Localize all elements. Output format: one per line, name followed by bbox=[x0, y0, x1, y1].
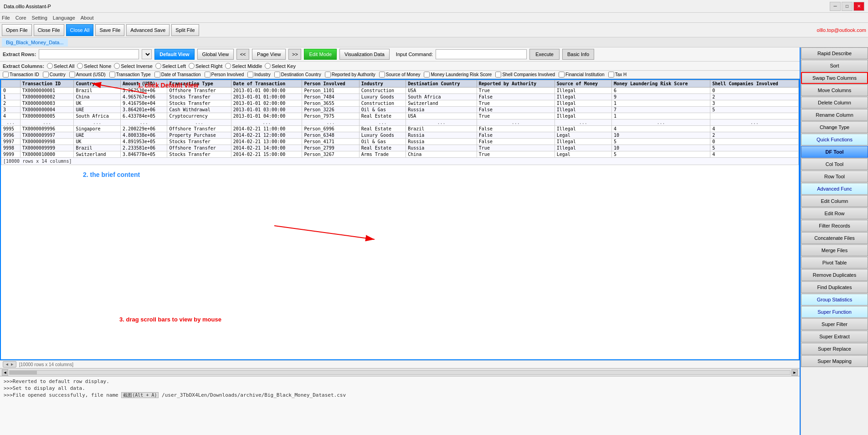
close-button[interactable]: ✕ bbox=[853, 2, 864, 11]
table-cell: 9998 bbox=[1, 145, 21, 151]
data-area[interactable]: 1. click Default View Transaction ID Cou… bbox=[0, 79, 800, 360]
col-checkbox-dest-country[interactable]: Destination Country bbox=[274, 72, 321, 78]
col-checkbox-date[interactable]: Date of Transaction bbox=[154, 72, 201, 78]
table-cell: TX0000000002 bbox=[20, 94, 74, 100]
table-cell: 2013-01-01 01:00:00 bbox=[231, 94, 302, 100]
split-file-button[interactable]: Split File bbox=[171, 24, 199, 36]
menu-setting[interactable]: Setting bbox=[32, 15, 47, 21]
change-type-button[interactable]: Change Type bbox=[801, 121, 868, 133]
visualization-data-button[interactable]: Visualization Data bbox=[339, 49, 390, 60]
filter-records-button[interactable]: Filter Records bbox=[801, 220, 868, 232]
table-cell: Singapore bbox=[74, 126, 120, 132]
open-file-button[interactable]: Open File bbox=[2, 24, 32, 36]
super-function-button[interactable]: Super Function bbox=[801, 306, 868, 318]
vertical-scroll-thumb[interactable]: ◄ ► bbox=[3, 361, 16, 368]
close-file-button[interactable]: Close File bbox=[34, 24, 64, 36]
horizontal-scrollbar[interactable]: ◄ ► bbox=[0, 368, 800, 376]
scroll-left-button[interactable]: ◄ bbox=[2, 369, 8, 376]
col-checkbox-financial[interactable]: Financial Institution bbox=[559, 72, 605, 78]
table-row: 9996TX0000009997UAE4.800338e+06Property … bbox=[1, 132, 799, 139]
close-all-button[interactable]: Close All bbox=[66, 24, 94, 36]
col-checkbox-transaction-id[interactable]: Transaction ID bbox=[3, 72, 39, 78]
col-checkbox-industry[interactable]: Industry bbox=[247, 72, 271, 78]
menu-file[interactable]: File bbox=[2, 15, 10, 21]
nav-right-button[interactable]: >> bbox=[288, 49, 301, 60]
select-right-option[interactable]: Select Right bbox=[189, 63, 222, 69]
input-command-field[interactable] bbox=[436, 49, 527, 59]
edit-mode-button[interactable]: Edit Mode bbox=[304, 49, 337, 60]
quick-functions-button[interactable]: Quick Functions bbox=[801, 134, 868, 145]
super-extract-button[interactable]: Super Extract bbox=[801, 331, 868, 342]
super-mapping-button[interactable]: Super Mapping bbox=[801, 355, 868, 367]
file-tab[interactable]: Big_Black_Money_Data... bbox=[2, 38, 68, 47]
advanced-save-button[interactable]: Advanced Save bbox=[126, 24, 169, 36]
move-columns-button[interactable]: Move Columns bbox=[801, 84, 868, 96]
extract-rows-input[interactable] bbox=[39, 49, 139, 59]
edit-row-button[interactable]: Edit Row bbox=[801, 207, 868, 219]
select-key-option[interactable]: Select Key bbox=[265, 63, 296, 69]
menu-about[interactable]: About bbox=[81, 15, 94, 21]
advanced-func-button[interactable]: Advanced Func bbox=[801, 183, 868, 195]
rapid-describe-button[interactable]: Rapid Describe bbox=[801, 47, 868, 59]
table-cell: Arms Trade bbox=[359, 151, 406, 158]
edit-column-button[interactable]: Edit Column bbox=[801, 195, 868, 207]
horizontal-scroll-thumb[interactable] bbox=[10, 371, 37, 374]
select-middle-option[interactable]: Select Middle bbox=[225, 63, 262, 69]
select-left-option[interactable]: Select Left bbox=[155, 63, 186, 69]
table-cell: TX0000010000 bbox=[20, 151, 74, 158]
table-cell: Illegal bbox=[555, 126, 611, 132]
pivot-table-button[interactable]: Pivot Table bbox=[801, 257, 868, 269]
col-checkbox-amount[interactable]: Amount (USD) bbox=[69, 72, 106, 78]
horizontal-scroll-track[interactable] bbox=[9, 370, 791, 375]
row-tool-button[interactable]: Row Tool bbox=[801, 171, 868, 182]
df-tool-button[interactable]: DF Tool bbox=[801, 146, 868, 158]
table-cell: Person_3226 bbox=[302, 107, 359, 113]
rename-column-button[interactable]: Rename Column bbox=[801, 109, 868, 121]
minimize-button[interactable]: ─ bbox=[830, 2, 841, 11]
swap-columns-button[interactable]: Swap Two Columns bbox=[801, 72, 868, 84]
select-inverse-option[interactable]: Select Inverse bbox=[114, 63, 153, 69]
save-file-button[interactable]: Save File bbox=[95, 24, 124, 36]
data-table: Transaction ID Country Amount (USD) Tran… bbox=[1, 80, 799, 165]
find-duplicates-button[interactable]: Find Duplicates bbox=[801, 281, 868, 293]
default-view-button[interactable]: Default View bbox=[154, 49, 194, 60]
merge-files-button[interactable]: Merge Files bbox=[801, 244, 868, 256]
sort-button[interactable]: Sort bbox=[801, 60, 868, 72]
col-checkbox-country[interactable]: Country bbox=[43, 72, 66, 78]
menu-language[interactable]: Language bbox=[53, 15, 75, 21]
concatenate-files-button[interactable]: Concatenate Files bbox=[801, 232, 868, 244]
super-filter-button[interactable]: Super Filter bbox=[801, 318, 868, 330]
super-replace-button[interactable]: Super Replace bbox=[801, 343, 868, 355]
menu-core[interactable]: Core bbox=[15, 15, 26, 21]
table-cell: False bbox=[477, 107, 555, 113]
col-header-reported: Reported by Authority bbox=[477, 80, 555, 88]
table-cell: True bbox=[477, 88, 555, 94]
col-tool-button[interactable]: Col Tool bbox=[801, 158, 868, 170]
table-cell: Offshore Transfer bbox=[167, 145, 231, 151]
col-checkbox-source-money[interactable]: Source of Money bbox=[379, 72, 421, 78]
remove-duplicates-button[interactable]: Remove Duplicates bbox=[801, 269, 868, 281]
table-cell: Russia bbox=[406, 145, 477, 151]
table-cell: ... bbox=[74, 119, 120, 126]
select-none-option[interactable]: Select None bbox=[77, 63, 111, 69]
group-statistics-button[interactable]: Group Statistics bbox=[801, 294, 868, 306]
scroll-right-button[interactable]: ► bbox=[791, 369, 798, 376]
nav-left-button[interactable]: << bbox=[236, 49, 249, 60]
col-checkbox-shell-companies[interactable]: Shell Companies Involved bbox=[495, 72, 555, 78]
page-view-button[interactable]: Page View bbox=[252, 49, 286, 60]
col-checkbox-transaction-type[interactable]: Transaction Type bbox=[109, 72, 151, 78]
table-cell: Brazil bbox=[74, 145, 120, 151]
delete-column-button[interactable]: Delete Column bbox=[801, 97, 868, 109]
global-view-button[interactable]: Global View bbox=[197, 49, 234, 60]
col-checkbox-person[interactable]: Person Involved bbox=[205, 72, 244, 78]
table-row: 0TX0000000001Brazil3.267530e+06Offshore … bbox=[1, 88, 799, 94]
table-cell: Luxury Goods bbox=[359, 132, 406, 139]
basic-info-button[interactable]: Basic Info bbox=[562, 49, 594, 60]
col-checkbox-risk-score[interactable]: Money Laundering Risk Score bbox=[424, 72, 492, 78]
execute-button[interactable]: Execute bbox=[529, 49, 560, 60]
col-checkbox-tax[interactable]: Tax H bbox=[608, 72, 627, 78]
extract-rows-dropdown[interactable] bbox=[142, 49, 152, 59]
select-all-option[interactable]: Select All bbox=[47, 63, 74, 69]
maximize-button[interactable]: □ bbox=[842, 2, 853, 11]
col-checkbox-reported[interactable]: Reported by Authority bbox=[325, 72, 375, 78]
